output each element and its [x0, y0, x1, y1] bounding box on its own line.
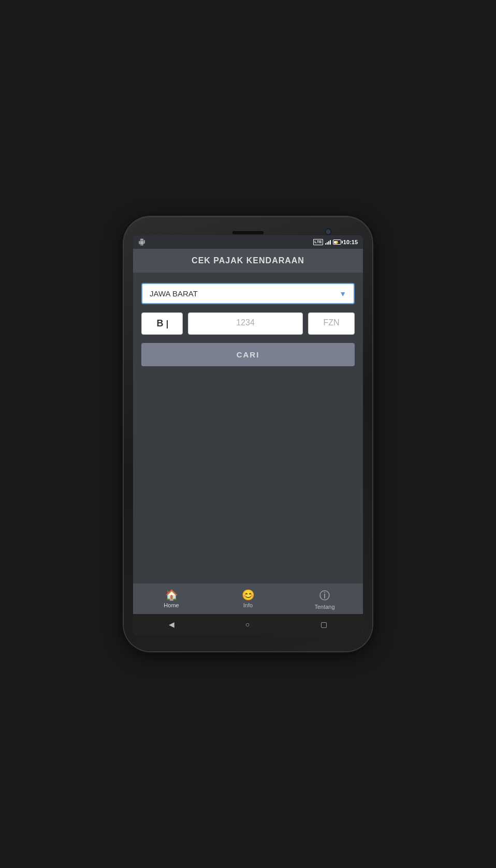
plate-suffix-input[interactable]: FZN: [308, 312, 355, 335]
main-content: JAWA BARAT ▼ B 1234 FZN CARI: [133, 273, 363, 583]
app-bar: CEK PAJAK KENDARAAN: [133, 249, 363, 273]
signal-bars: [325, 240, 331, 245]
home-icon: 🏠: [165, 589, 178, 601]
system-nav: ◀ ○ ▢: [133, 614, 363, 635]
status-left: [138, 238, 145, 246]
battery-icon: ⚡: [333, 240, 341, 245]
plate-number-input[interactable]: 1234: [188, 312, 303, 335]
info-icon: 😊: [242, 589, 255, 601]
home-button[interactable]: ○: [239, 618, 256, 631]
search-button[interactable]: CARI: [141, 343, 355, 366]
nav-label-info: Info: [243, 602, 253, 608]
recents-button[interactable]: ▢: [314, 618, 333, 631]
plate-row: B 1234 FZN: [141, 312, 355, 335]
nav-item-tentang[interactable]: ⓘ Tentang: [286, 587, 363, 612]
tentang-icon: ⓘ: [319, 589, 330, 603]
app-title: CEK PAJAK KENDARAAN: [192, 256, 304, 265]
status-bar: LTE ⚡ 10:15: [133, 235, 363, 249]
province-dropdown[interactable]: JAWA BARAT ▼: [141, 283, 355, 304]
dropdown-arrow-icon: ▼: [339, 290, 346, 298]
nav-item-home[interactable]: 🏠 Home: [133, 587, 210, 612]
status-right: LTE ⚡ 10:15: [313, 239, 358, 245]
nav-label-tentang: Tentang: [314, 604, 334, 610]
province-value: JAWA BARAT: [150, 289, 198, 298]
bottom-nav: 🏠 Home 😊 Info ⓘ Tentang: [133, 583, 363, 614]
phone-screen: LTE ⚡ 10:15 CEK PAJAK KENDARAAN: [133, 235, 363, 635]
back-button[interactable]: ◀: [163, 618, 181, 631]
android-icon: [138, 238, 145, 246]
nav-item-info[interactable]: 😊 Info: [210, 587, 286, 612]
phone-shell: LTE ⚡ 10:15 CEK PAJAK KENDARAAN: [124, 217, 372, 651]
plate-prefix-input[interactable]: B: [141, 312, 183, 335]
search-button-label: CARI: [237, 350, 260, 359]
lte-badge: LTE: [313, 239, 323, 245]
status-time: 10:15: [343, 239, 358, 245]
nav-label-home: Home: [164, 602, 179, 608]
